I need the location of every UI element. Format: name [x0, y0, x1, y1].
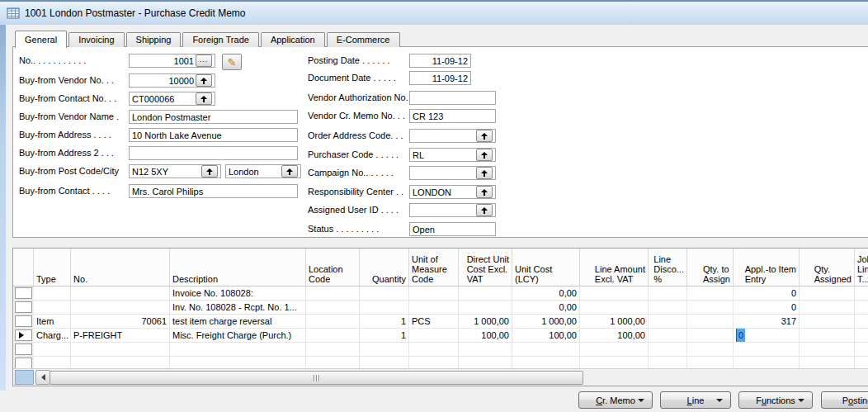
status-input[interactable]: Open: [409, 222, 496, 236]
cell-appl-to-item-entry[interactable]: [734, 343, 800, 357]
cell-type[interactable]: [34, 343, 71, 357]
tab-invoicing[interactable]: Invoicing: [68, 32, 124, 47]
vendor-cr-memo-no-input[interactable]: CR 123: [409, 109, 496, 123]
cell-unit-cost-lcy[interactable]: 100,00: [512, 329, 580, 343]
cell-quantity[interactable]: [360, 287, 409, 301]
cell-description[interactable]: Invoice No. 108028:: [170, 287, 306, 301]
cell-no[interactable]: 70061: [71, 315, 170, 329]
cell-description[interactable]: Misc. Freight Charge (Purch.): [170, 329, 306, 343]
cell-description[interactable]: test item charge reversal: [170, 315, 306, 329]
lookup-button[interactable]: [476, 167, 493, 179]
cell-qty-to-assign[interactable]: [687, 343, 734, 357]
cell-unit-of-measure-code[interactable]: PCS: [409, 315, 459, 329]
cell-qty-to-assign[interactable]: [687, 287, 734, 301]
cell-unit-cost-lcy[interactable]: 1 000,00: [512, 315, 580, 329]
cell-line-amount-excl-vat[interactable]: 1 000,00: [580, 315, 649, 329]
campaign-no-input[interactable]: [409, 166, 496, 180]
functions-button[interactable]: Functions: [738, 391, 813, 409]
cr-memo-button[interactable]: Cr. Memo: [578, 391, 653, 409]
tab-foreign-trade[interactable]: Foreign Trade: [182, 32, 258, 47]
cell-qty-to-assign[interactable]: [687, 301, 734, 315]
cell-location-code[interactable]: [306, 315, 360, 329]
tab-application[interactable]: Application: [261, 32, 325, 47]
cell-line-discount-pct[interactable]: [649, 287, 687, 301]
cell-unit-cost-lcy[interactable]: [512, 343, 580, 357]
tab-shipping[interactable]: Shipping: [126, 32, 182, 47]
cell-quantity[interactable]: 1: [360, 329, 409, 343]
cell-direct-unit-cost-excl-vat[interactable]: 1 000,00: [459, 315, 512, 329]
cell-direct-unit-cost-excl-vat[interactable]: [459, 287, 512, 301]
cell-line-discount-pct[interactable]: [649, 343, 687, 357]
scrollbar-thumb[interactable]: [50, 371, 583, 385]
cell-job-line-type[interactable]: [855, 343, 868, 357]
cell-appl-to-item-entry[interactable]: 0: [734, 329, 800, 343]
responsibility-center-input[interactable]: LONDON: [409, 185, 496, 199]
cell-direct-unit-cost-excl-vat[interactable]: [459, 343, 512, 357]
cell-line-amount-excl-vat[interactable]: [580, 343, 649, 357]
tab-general[interactable]: General: [15, 31, 67, 48]
cell-qty-assigned[interactable]: [800, 287, 855, 301]
cell-line-discount-pct[interactable]: [649, 329, 687, 343]
cell-type[interactable]: Item: [34, 315, 71, 329]
cell-qty-to-assign[interactable]: [687, 315, 734, 329]
cell-no[interactable]: [71, 301, 170, 315]
cell-appl-to-item-entry[interactable]: 317: [734, 315, 800, 329]
row-selector[interactable]: [13, 343, 34, 357]
cell-direct-unit-cost-excl-vat[interactable]: [459, 301, 512, 315]
document-date-input[interactable]: 11-09-12: [409, 71, 471, 85]
cell-quantity[interactable]: [360, 301, 409, 315]
line-button[interactable]: Line: [660, 391, 731, 409]
cell-location-code[interactable]: [306, 287, 360, 301]
cell-qty-assigned[interactable]: [800, 329, 855, 343]
cell-qty-assigned[interactable]: [800, 301, 855, 315]
order-address-code-input[interactable]: [409, 129, 496, 143]
tab-e-commerce[interactable]: E-Commerce: [327, 32, 400, 47]
cell-unit-of-measure-code[interactable]: [409, 329, 459, 343]
assigned-user-id-input[interactable]: [409, 203, 496, 217]
cell-description[interactable]: Inv. No. 108028 - Rcpt. No. 1...: [170, 301, 306, 315]
posting-date-input[interactable]: 11-09-12: [409, 54, 471, 68]
cell-no[interactable]: [71, 343, 170, 357]
row-selector[interactable]: [13, 287, 34, 301]
cell-appl-to-item-entry[interactable]: 0: [734, 287, 800, 301]
cell-unit-cost-lcy[interactable]: 0,00: [512, 301, 580, 315]
lookup-button[interactable]: [476, 130, 493, 142]
row-selector-box[interactable]: [15, 301, 32, 313]
cell-location-code[interactable]: [306, 343, 360, 357]
cell-direct-unit-cost-excl-vat[interactable]: 100,00: [459, 329, 512, 343]
row-selector-box[interactable]: [15, 315, 32, 327]
cell-no[interactable]: [71, 287, 170, 301]
cell-type[interactable]: [34, 301, 71, 315]
cell-line-amount-excl-vat[interactable]: [580, 287, 649, 301]
vendor-authorization-no-input[interactable]: [409, 91, 496, 105]
cell-unit-of-measure-code[interactable]: [409, 301, 459, 315]
cell-job-line-type[interactable]: [855, 329, 868, 343]
row-selector[interactable]: [13, 315, 34, 329]
cell-location-code[interactable]: [306, 329, 360, 343]
row-selector[interactable]: [13, 301, 34, 315]
cell-type[interactable]: Charg...: [34, 329, 71, 343]
lookup-button[interactable]: [476, 149, 493, 161]
cell-line-discount-pct[interactable]: [649, 315, 687, 329]
purchaser-code-input[interactable]: RL: [409, 148, 496, 162]
scroll-left-button[interactable]: [35, 370, 50, 385]
row-selector-box[interactable]: [15, 329, 32, 341]
row-selector-box[interactable]: [15, 358, 32, 369]
cell-line-discount-pct[interactable]: [649, 301, 687, 315]
cell-quantity[interactable]: [360, 343, 409, 357]
lookup-button[interactable]: [476, 186, 493, 198]
cell-line-amount-excl-vat[interactable]: [580, 301, 649, 315]
row-selector-box[interactable]: [15, 343, 32, 355]
cell-qty-to-assign[interactable]: [687, 329, 734, 343]
cell-location-code[interactable]: [306, 301, 360, 315]
cell-description[interactable]: [170, 343, 306, 357]
cell-appl-to-item-entry[interactable]: 0: [734, 301, 800, 315]
cell-job-line-type[interactable]: [855, 315, 868, 329]
cell-no[interactable]: P-FREIGHT: [71, 329, 170, 343]
cell-job-line-type[interactable]: [855, 301, 868, 315]
posting-button[interactable]: Posting: [821, 391, 868, 409]
cell-unit-cost-lcy[interactable]: 0,00: [512, 287, 580, 301]
cell-unit-of-measure-code[interactable]: [409, 343, 459, 357]
cell-job-line-type[interactable]: [855, 287, 868, 301]
row-selector-box[interactable]: [15, 287, 32, 299]
